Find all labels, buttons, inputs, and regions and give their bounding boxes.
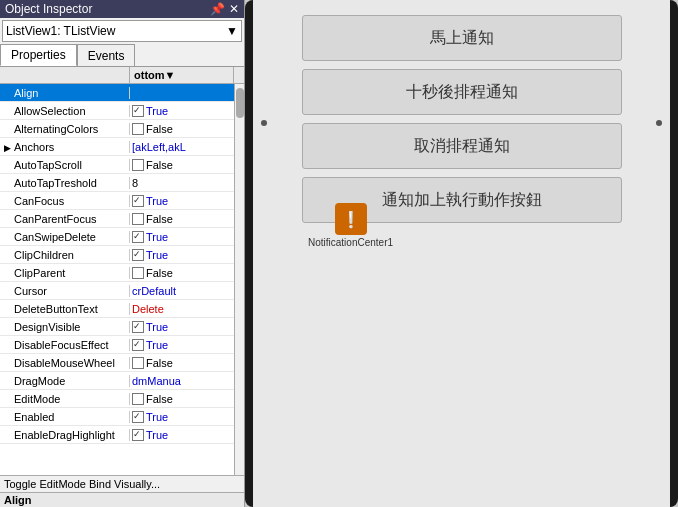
checkbox-icon	[132, 411, 144, 423]
prop-value-text: 8	[132, 177, 138, 189]
phone-button-0[interactable]: 馬上通知	[302, 15, 622, 61]
checkbox-icon	[132, 393, 144, 405]
prop-value: dmManua	[130, 375, 234, 387]
checkbox-icon	[132, 195, 144, 207]
prop-value-text: False	[146, 267, 173, 279]
component-name: ListView1: TListView	[6, 24, 115, 38]
checkbox-icon	[132, 105, 144, 117]
button-label: 馬上通知	[430, 28, 494, 49]
phone-side-dot-right	[656, 120, 662, 126]
table-row[interactable]: CanSwipeDelete True	[0, 228, 234, 246]
dropdown-arrow-icon[interactable]: ▼	[226, 24, 238, 38]
prop-value-text: dmManua	[132, 375, 181, 387]
inspector-title: Object Inspector	[5, 2, 92, 16]
table-row[interactable]: DesignVisible True	[0, 318, 234, 336]
prop-value: False	[130, 159, 234, 171]
phone-frame: 馬上通知 十秒後排程通知 取消排程通知 通知加上執行動作按鈕 ❕ Notific…	[245, 0, 678, 507]
table-row[interactable]: DragMode dmManua	[0, 372, 234, 390]
table-row[interactable]: AlternatingColors False	[0, 120, 234, 138]
prop-value: 8	[130, 177, 234, 189]
property-list[interactable]: Align AllowSelection True AlternatingCol…	[0, 84, 234, 475]
phone-button-2[interactable]: 取消排程通知	[302, 123, 622, 169]
bottom-bar-text: Toggle EditMode Bind Visually...	[4, 478, 160, 490]
property-table-container: Align AllowSelection True AlternatingCol…	[0, 84, 244, 475]
table-row[interactable]: Enabled True	[0, 408, 234, 426]
scrollbar-thumb[interactable]	[236, 88, 244, 118]
col-header-value: ottom▼	[130, 67, 234, 83]
prop-value-text: False	[146, 123, 173, 135]
col-header-name	[0, 67, 130, 83]
checkbox-icon	[132, 231, 144, 243]
prop-value-text: Delete	[132, 303, 164, 315]
checkbox-icon	[132, 123, 144, 135]
table-row[interactable]: AutoTapScroll False	[0, 156, 234, 174]
prop-name: AutoTapScroll	[0, 159, 130, 171]
table-row[interactable]: ClipParent False	[0, 264, 234, 282]
table-row[interactable]: DisableFocusEffect True	[0, 336, 234, 354]
prop-value: True	[130, 411, 234, 423]
status-text: Align	[4, 494, 32, 506]
tabs-row: Properties Events	[0, 44, 244, 67]
phone-design-view: 馬上通知 十秒後排程通知 取消排程通知 通知加上執行動作按鈕 ❕ Notific…	[245, 0, 678, 507]
checkbox-icon	[132, 159, 144, 171]
table-row[interactable]: CanParentFocus False	[0, 210, 234, 228]
prop-name: DisableFocusEffect	[0, 339, 130, 351]
phone-left-border	[245, 0, 253, 507]
prop-value: False	[130, 357, 234, 369]
prop-value-text: True	[146, 195, 168, 207]
close-icon[interactable]: ✕	[229, 2, 239, 16]
prop-value: True	[130, 321, 234, 333]
table-row[interactable]: EditMode False	[0, 390, 234, 408]
table-row[interactable]: Cursor crDefault	[0, 282, 234, 300]
prop-name: CanParentFocus	[0, 213, 130, 225]
prop-name: DisableMouseWheel	[0, 357, 130, 369]
table-row[interactable]: EnableDragHighlight True	[0, 426, 234, 444]
prop-value: crDefault	[130, 285, 234, 297]
prop-value: True	[130, 231, 234, 243]
phone-side-dot-left	[261, 120, 267, 126]
checkbox-icon	[132, 357, 144, 369]
notification-component: ❕ NotificationCenter1	[308, 203, 393, 248]
table-row[interactable]: CanFocus True	[0, 192, 234, 210]
prop-value: True	[130, 105, 234, 117]
table-row[interactable]: DisableMouseWheel False	[0, 354, 234, 372]
prop-name: AllowSelection	[0, 105, 130, 117]
scrollbar[interactable]	[234, 84, 244, 475]
table-row[interactable]: Align	[0, 84, 234, 102]
tab-events[interactable]: Events	[77, 44, 136, 66]
table-row[interactable]: AllowSelection True	[0, 102, 234, 120]
tab-properties[interactable]: Properties	[0, 44, 77, 66]
phone-screen: 馬上通知 十秒後排程通知 取消排程通知 通知加上執行動作按鈕 ❕ Notific…	[253, 0, 670, 507]
checkbox-icon	[132, 321, 144, 333]
prop-value-text: False	[146, 393, 173, 405]
notification-icon-symbol: ❕	[341, 210, 361, 229]
prop-value-text: True	[146, 231, 168, 243]
prop-value-text: False	[146, 213, 173, 225]
checkbox-icon	[132, 249, 144, 261]
property-table-header: ottom▼	[0, 67, 244, 84]
checkbox-icon	[132, 267, 144, 279]
notification-center-icon: ❕	[335, 203, 367, 235]
button-label: 十秒後排程通知	[406, 82, 518, 103]
prop-name: CanSwipeDelete	[0, 231, 130, 243]
prop-value: True	[130, 339, 234, 351]
prop-value-text: True	[146, 339, 168, 351]
prop-value-text: False	[146, 159, 173, 171]
prop-value-text: False	[146, 357, 173, 369]
component-selector[interactable]: ListView1: TListView ▼	[2, 20, 242, 42]
prop-value-text: True	[146, 429, 168, 441]
prop-value: False	[130, 213, 234, 225]
prop-value-text: True	[146, 321, 168, 333]
table-row[interactable]: DeleteButtonText Delete	[0, 300, 234, 318]
prop-name: Align	[0, 87, 130, 99]
bottom-bar: Toggle EditMode Bind Visually...	[0, 475, 244, 492]
prop-value: Delete	[130, 303, 234, 315]
table-row[interactable]: ClipChildren True	[0, 246, 234, 264]
table-row[interactable]: ▶Anchors [akLeft,akL	[0, 138, 234, 156]
prop-value-text: True	[146, 105, 168, 117]
titlebar-icons: 📌 ✕	[210, 2, 239, 16]
prop-value: False	[130, 267, 234, 279]
pin-icon[interactable]: 📌	[210, 2, 225, 16]
phone-button-1[interactable]: 十秒後排程通知	[302, 69, 622, 115]
table-row[interactable]: AutoTapTreshold 8	[0, 174, 234, 192]
